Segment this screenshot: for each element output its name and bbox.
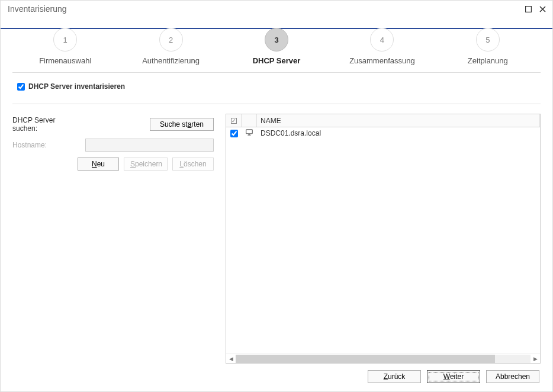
step-1-label: Firmenauswahl bbox=[12, 56, 118, 65]
new-button[interactable]: Neu bbox=[78, 158, 119, 171]
column-header-check[interactable]: ✓ bbox=[226, 114, 242, 127]
delete-button: Löschen bbox=[172, 158, 214, 171]
row-name: DSDC01.dsra.local bbox=[257, 128, 540, 139]
step-3-circle[interactable]: 3 bbox=[265, 28, 288, 52]
step-3-label: DHCP Server bbox=[224, 56, 329, 65]
computer-icon bbox=[245, 128, 253, 139]
step-1-circle[interactable]: 1 bbox=[53, 28, 77, 52]
maximize-icon[interactable] bbox=[524, 5, 532, 13]
horizontal-scrollbar[interactable]: ◀ ▶ bbox=[226, 354, 540, 363]
server-table: ✓ NAME bbox=[226, 114, 541, 364]
inventory-dhcp-label: DHCP Server inventarisieren bbox=[28, 82, 125, 91]
row-checkbox[interactable] bbox=[230, 130, 238, 137]
close-icon[interactable] bbox=[538, 5, 546, 13]
inventory-dhcp-checkbox[interactable] bbox=[17, 83, 25, 91]
step-5-label: Zeitplanung bbox=[435, 56, 541, 65]
wizard-stepper: 1 2 3 4 5 bbox=[1, 16, 552, 52]
step-2-circle[interactable]: 2 bbox=[159, 28, 183, 52]
next-button[interactable]: Weiter bbox=[427, 370, 480, 383]
scroll-right-icon[interactable]: ▶ bbox=[531, 354, 540, 364]
scroll-left-icon[interactable]: ◀ bbox=[226, 354, 236, 364]
search-label: DHCP Server suchen: bbox=[12, 116, 81, 133]
step-5-circle[interactable]: 5 bbox=[476, 28, 500, 52]
column-header-name[interactable]: NAME bbox=[257, 114, 540, 127]
window-title: Inventarisierung bbox=[8, 4, 67, 14]
hostname-label: Hostname: bbox=[12, 141, 81, 149]
save-button: Speichern bbox=[124, 158, 168, 171]
step-4-label: Zusammenfassung bbox=[329, 56, 435, 65]
back-button[interactable]: Zurück bbox=[368, 370, 421, 383]
cancel-button[interactable]: Abbrechen bbox=[486, 370, 539, 383]
start-search-button[interactable]: Suche starten bbox=[150, 118, 214, 131]
hostname-input bbox=[85, 139, 214, 152]
step-4-circle[interactable]: 4 bbox=[370, 28, 394, 52]
svg-rect-1 bbox=[246, 129, 253, 133]
svg-rect-0 bbox=[525, 6, 531, 12]
column-header-icon bbox=[242, 114, 257, 127]
step-2-label: Authentifizierung bbox=[118, 56, 223, 65]
table-row[interactable]: DSDC01.dsra.local bbox=[226, 127, 540, 139]
